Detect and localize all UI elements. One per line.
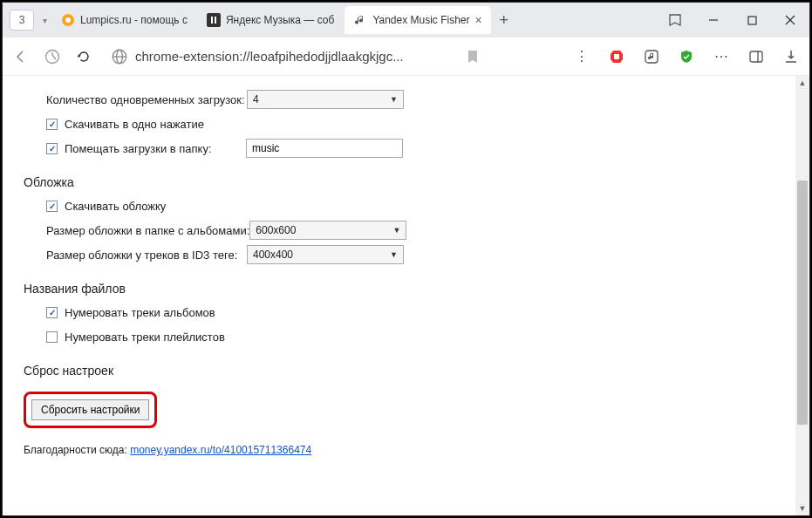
close-icon[interactable]: × xyxy=(475,13,482,27)
tab-lumpics[interactable]: Lumpics.ru - помощь с xyxy=(52,6,196,34)
url-field[interactable]: chrome-extension://leoafpihedodjjdlaakgk… xyxy=(104,44,453,70)
number-albums-checkbox[interactable]: ✓ xyxy=(46,307,58,318)
content-area: Количество одновременных загрузок: 4 ▼ ✓… xyxy=(3,76,809,515)
oneclick-checkbox[interactable]: ✓ xyxy=(46,119,58,130)
reset-highlight: Сбросить настройки xyxy=(24,392,157,428)
row-download-cover: ✓ Скачивать обложку xyxy=(46,196,788,215)
concurrent-downloads-label: Количество одновременных загрузок: xyxy=(46,93,247,106)
reset-button[interactable]: Сбросить настройки xyxy=(31,399,149,420)
svg-rect-14 xyxy=(614,54,619,59)
tab-title: Яндекс Музыка — соб xyxy=(226,14,334,26)
tab-yandex-music[interactable]: Яндекс Музыка — соб xyxy=(198,6,343,34)
thanks-link[interactable]: money.yandex.ru/to/410015711366474 xyxy=(130,444,311,456)
minimize-button[interactable] xyxy=(694,3,733,37)
row-concurrent-downloads: Количество одновременных загрузок: 4 ▼ xyxy=(46,90,788,109)
number-playlists-checkbox[interactable] xyxy=(46,331,58,343)
sidebar-icon[interactable] xyxy=(745,45,768,68)
tabs: Lumpics.ru - помощь с Яндекс Музыка — со… xyxy=(52,3,656,37)
id3-cover-size-select[interactable]: 400x400 ▼ xyxy=(247,245,404,264)
number-playlists-label: Нумеровать треки плейлистов xyxy=(65,331,225,344)
section-cover-heading: Обложка xyxy=(24,175,788,189)
thanks-line: Благодарности сюда: money.yandex.ru/to/4… xyxy=(24,444,788,456)
tab-title: Yandex Music Fisher xyxy=(372,14,469,26)
svg-rect-3 xyxy=(211,17,213,24)
yandex-home-icon[interactable] xyxy=(41,45,64,68)
more-icon[interactable]: ⋯ xyxy=(710,45,733,68)
globe-icon xyxy=(61,13,75,27)
section-reset-heading: Сброс настроек xyxy=(24,364,788,378)
oneclick-label: Скачивать в одно нажатие xyxy=(65,118,204,131)
row-album-cover-size: Размер обложки в папке с альбомами: 600x… xyxy=(46,221,788,240)
site-icon xyxy=(111,48,128,65)
row-oneclick: ✓ Скачивать в одно нажатие xyxy=(46,114,788,133)
reload-button[interactable] xyxy=(72,45,95,68)
chevron-down-icon[interactable]: ▾ xyxy=(43,16,47,25)
download-cover-label: Скачивать обложку xyxy=(65,200,166,213)
svg-rect-2 xyxy=(207,13,221,27)
svg-point-1 xyxy=(65,17,71,23)
bookmark-bar-icon[interactable] xyxy=(656,3,694,37)
svg-rect-4 xyxy=(215,17,216,24)
scroll-down-icon[interactable]: ▼ xyxy=(795,501,809,515)
adblock-icon[interactable] xyxy=(605,45,628,68)
concurrent-downloads-select[interactable]: 4 ▼ xyxy=(247,90,404,109)
scroll-up-icon[interactable]: ▲ xyxy=(795,76,809,90)
album-cover-size-label: Размер обложки в папке с альбомами: xyxy=(46,224,249,237)
browser-window: 3 ▾ Lumpics.ru - помощь с Яндекс Музыка … xyxy=(2,2,810,516)
back-button[interactable] xyxy=(10,45,32,68)
window-buttons xyxy=(656,3,809,37)
music-note-icon xyxy=(353,13,367,27)
download-cover-checkbox[interactable]: ✓ xyxy=(46,201,58,212)
chevron-down-icon: ▼ xyxy=(392,226,400,235)
album-cover-size-select[interactable]: 600x600 ▼ xyxy=(249,221,406,240)
row-number-playlists: Нумеровать треки плейлистов xyxy=(46,327,788,346)
tab-title: Lumpics.ru - помощь с xyxy=(80,14,188,26)
section-filenames-heading: Названия файлов xyxy=(24,282,788,296)
folder-label: Помещать загрузки в папку: xyxy=(65,142,246,155)
pause-icon xyxy=(207,13,221,27)
folder-input[interactable] xyxy=(246,139,403,158)
scrollbar-thumb[interactable] xyxy=(797,181,808,425)
tab-yandex-music-fisher[interactable]: Yandex Music Fisher × xyxy=(345,6,490,34)
music-extension-icon[interactable] xyxy=(640,45,663,68)
svg-rect-6 xyxy=(748,17,756,24)
new-tab-button[interactable]: + xyxy=(493,9,515,31)
row-id3-cover-size: Размер обложки у треков в ID3 теге: 400x… xyxy=(46,245,788,264)
scrollbar[interactable]: ▲ ▼ xyxy=(795,76,809,515)
menu-dots-icon[interactable]: ⋮ xyxy=(570,45,593,68)
chevron-down-icon: ▼ xyxy=(390,95,398,104)
close-button[interactable] xyxy=(771,3,809,37)
url-text: chrome-extension://leoafpihedodjjdlaakgk… xyxy=(135,49,404,64)
tab-count-badge[interactable]: 3 xyxy=(10,10,34,31)
id3-cover-size-label: Размер обложки у треков в ID3 теге: xyxy=(46,249,247,262)
toolbar-right: ⋮ ⋯ xyxy=(570,45,802,68)
download-icon[interactable] xyxy=(780,45,802,68)
chevron-down-icon: ▼ xyxy=(390,250,398,259)
bookmark-icon[interactable] xyxy=(461,45,484,68)
svg-point-9 xyxy=(46,50,59,63)
thanks-prefix: Благодарности сюда: xyxy=(24,444,130,456)
row-number-albums: ✓ Нумеровать треки альбомов xyxy=(46,303,788,322)
number-albums-label: Нумеровать треки альбомов xyxy=(65,306,215,319)
maximize-button[interactable] xyxy=(733,3,771,37)
titlebar: 3 ▾ Lumpics.ru - помощь с Яндекс Музыка … xyxy=(3,3,809,37)
svg-rect-16 xyxy=(750,51,762,62)
shield-icon[interactable] xyxy=(675,45,698,68)
row-folder: ✓ Помещать загрузки в папку: xyxy=(46,139,788,158)
folder-checkbox[interactable]: ✓ xyxy=(46,143,58,154)
address-bar: chrome-extension://leoafpihedodjjdlaakgk… xyxy=(3,37,809,76)
